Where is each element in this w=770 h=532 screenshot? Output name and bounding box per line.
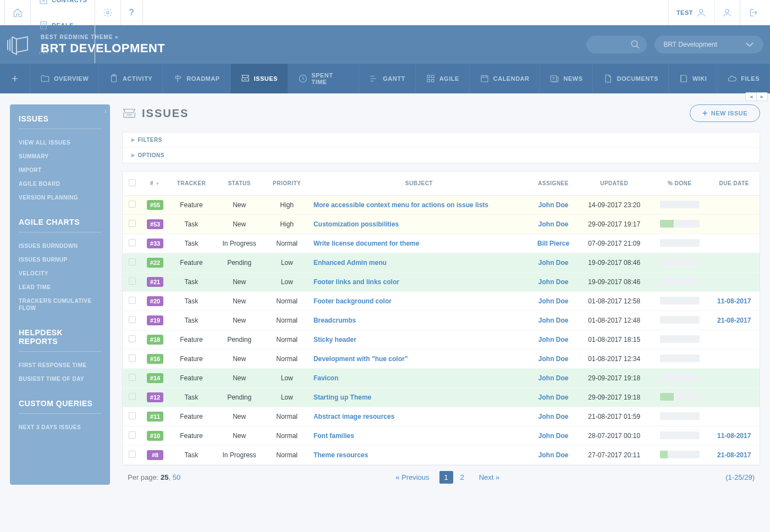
issue-id-badge[interactable]: #18 <box>147 335 163 345</box>
home-button[interactable] <box>4 0 31 25</box>
issue-subject-link[interactable]: Customization possibilities <box>314 220 399 228</box>
select-all-checkbox[interactable] <box>129 179 136 186</box>
sidebar-link[interactable]: TRACKERS CUMULATIVE FLOW <box>19 294 101 315</box>
issue-subject-link[interactable]: Favicon <box>314 374 338 382</box>
table-row[interactable]: #16FeatureNewNormalDevelopment with "hue… <box>123 350 760 369</box>
table-row[interactable]: #10FeatureNewNormalFont familiesJohn Doe… <box>123 426 760 446</box>
new-tab-button[interactable] <box>0 64 30 93</box>
row-checkbox[interactable] <box>129 220 136 227</box>
table-row[interactable]: #22FeaturePendingLowEnhanced Admin menuJ… <box>123 253 760 273</box>
table-row[interactable]: #12TaskPendingLowStarting up ThemeJohn D… <box>123 388 760 407</box>
issue-subject-link[interactable]: Enhanced Admin menu <box>314 259 387 267</box>
issue-subject-link[interactable]: Font families <box>314 432 354 440</box>
tab-issues[interactable]: ISSUES <box>230 64 288 93</box>
issue-subject-link[interactable]: Development with "hue color" <box>314 355 408 363</box>
table-row[interactable]: #33TaskIn ProgressNormalWrite license do… <box>123 234 760 253</box>
row-checkbox[interactable] <box>129 451 136 458</box>
tab-agile[interactable]: AGILE <box>416 64 470 93</box>
tab-nav-right[interactable]: ► <box>757 93 767 101</box>
assignee-link[interactable]: John Doe <box>538 355 569 363</box>
tab-news[interactable]: NEWS <box>540 64 593 93</box>
issue-subject-link[interactable]: Footer background color <box>314 297 392 305</box>
assignee-link[interactable]: John Doe <box>538 278 569 286</box>
sidebar-link[interactable]: IMPORT <box>19 163 101 177</box>
issue-subject-link[interactable]: Sticky header <box>314 336 356 343</box>
next-page[interactable]: Next » <box>479 473 500 481</box>
tab-spent-time[interactable]: SPENT TIME <box>288 64 359 93</box>
row-checkbox[interactable] <box>129 201 136 208</box>
issue-id-badge[interactable]: #22 <box>147 258 163 268</box>
help-button[interactable]: ? <box>121 0 142 25</box>
sidebar-link[interactable]: NEXT 3 DAYS ISSUES <box>19 420 101 434</box>
project-select[interactable]: BRT Development <box>654 36 763 53</box>
assignee-link[interactable]: John Doe <box>538 413 569 420</box>
sidebar-link[interactable]: AGILE BOARD <box>19 177 101 191</box>
row-checkbox[interactable] <box>129 431 136 439</box>
issue-subject-link[interactable]: Write license document for theme <box>314 240 420 247</box>
tab-nav-left[interactable]: ◄ <box>746 93 757 101</box>
tab-documents[interactable]: DOCUMENTS <box>593 64 668 93</box>
row-checkbox[interactable] <box>129 412 136 419</box>
table-row[interactable]: #14FeatureNewLowFaviconJohn Doe29-09-201… <box>123 369 760 388</box>
options-toggle[interactable]: ▶OPTIONS <box>123 147 760 163</box>
settings-button[interactable] <box>95 0 121 25</box>
table-row[interactable]: #20TaskNewNormalFooter background colorJ… <box>123 292 760 311</box>
sidebar-link[interactable]: VELOCITY <box>19 267 101 280</box>
issue-subject-link[interactable]: Abstract image resources <box>314 413 394 420</box>
issue-subject-link[interactable]: Theme resources <box>314 451 368 459</box>
row-checkbox[interactable] <box>129 335 136 342</box>
search-input[interactable] <box>586 36 647 53</box>
sidebar-link[interactable]: FIRST RESPONSE TIME <box>19 358 101 372</box>
row-checkbox[interactable] <box>129 316 136 323</box>
table-row[interactable]: #8TaskIn ProgressNormalTheme resourcesJo… <box>123 446 760 465</box>
row-checkbox[interactable] <box>129 297 136 304</box>
assignee-link[interactable]: John Doe <box>538 259 569 267</box>
filters-toggle[interactable]: ▶FILTERS <box>123 132 760 147</box>
issue-id-badge[interactable]: #16 <box>147 354 163 364</box>
issue-id-badge[interactable]: #20 <box>147 296 163 306</box>
assignee-link[interactable]: John Doe <box>538 432 569 440</box>
issue-id-badge[interactable]: #53 <box>147 219 163 229</box>
assignee-link[interactable]: John Doe <box>538 394 569 401</box>
page-1[interactable]: 1 <box>439 471 453 484</box>
issue-id-badge[interactable]: #33 <box>147 239 163 248</box>
breadcrumb[interactable]: BEST REDMINE THEME » <box>41 34 165 40</box>
assignee-link[interactable]: John Doe <box>538 201 569 209</box>
logout-button[interactable] <box>740 0 766 25</box>
assignee-link[interactable]: Bill Pierce <box>537 240 569 247</box>
assignee-link[interactable]: John Doe <box>538 336 569 343</box>
row-checkbox[interactable] <box>129 393 136 400</box>
assignee-link[interactable]: John Doe <box>538 374 569 382</box>
issue-id-badge[interactable]: #55 <box>147 200 163 210</box>
row-checkbox[interactable] <box>129 354 136 362</box>
sidebar-link[interactable]: SUMMARY <box>19 149 101 163</box>
issue-id-badge[interactable]: #19 <box>147 315 163 325</box>
issue-id-badge[interactable]: #11 <box>147 412 163 422</box>
tab-gantt[interactable]: GANTT <box>359 64 415 93</box>
sidebar-link[interactable]: VIEW ALL ISSUES <box>19 136 101 149</box>
topbar-contacts[interactable]: CONTACTS <box>31 0 95 13</box>
assignee-link[interactable]: John Doe <box>538 220 569 228</box>
table-row[interactable]: #21TaskNewLowFooter links and links colo… <box>123 273 760 292</box>
sidebar-link[interactable]: ISSUES BURNUP <box>19 253 101 267</box>
tab-files[interactable]: FILES <box>717 64 770 93</box>
row-checkbox[interactable] <box>129 258 136 265</box>
prev-page[interactable]: « Previous <box>395 473 429 481</box>
account-button[interactable] <box>714 0 740 25</box>
issue-id-badge[interactable]: #8 <box>147 450 163 460</box>
table-row[interactable]: #18FeaturePendingNormalSticky headerJohn… <box>123 330 760 350</box>
new-issue-button[interactable]: + NEW ISSUE <box>690 104 760 122</box>
issue-id-badge[interactable]: #21 <box>147 277 163 287</box>
assignee-link[interactable]: John Doe <box>538 317 569 324</box>
tab-activity[interactable]: ACTIVITY <box>99 64 163 93</box>
issue-id-badge[interactable]: #14 <box>147 373 163 383</box>
sidebar-link[interactable]: ISSUES BURNDOWN <box>19 239 101 253</box>
user-menu[interactable]: TEST <box>668 0 714 25</box>
issue-id-badge[interactable]: #10 <box>147 431 163 441</box>
sidebar-link[interactable]: VERSION PLANNING <box>19 191 101 204</box>
issue-subject-link[interactable]: Breadcrumbs <box>314 317 356 324</box>
assignee-link[interactable]: John Doe <box>538 451 569 459</box>
assignee-link[interactable]: John Doe <box>538 297 569 305</box>
issue-subject-link[interactable]: More accessible context menu for actions… <box>314 201 488 209</box>
sidebar-link[interactable]: BUSIEST TIME OF DAY <box>19 372 101 386</box>
